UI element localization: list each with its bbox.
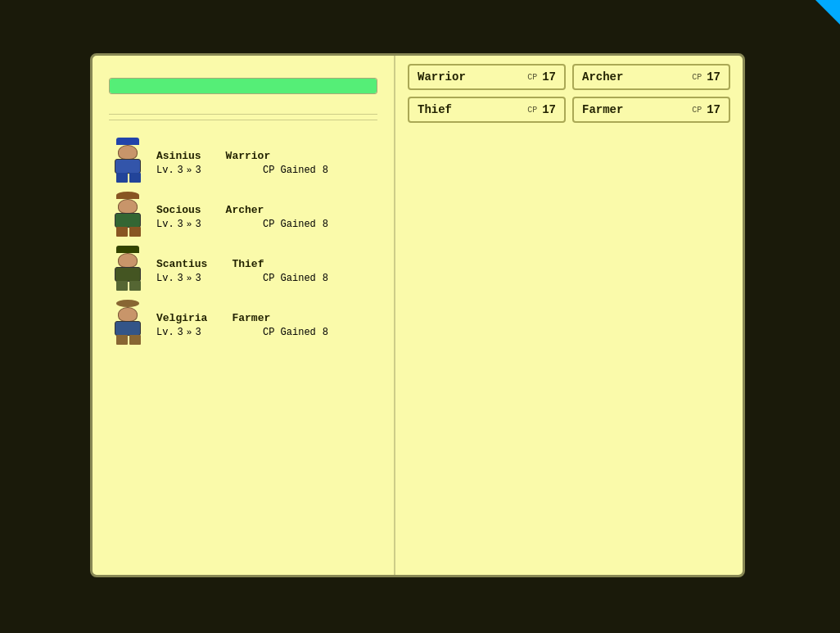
char-level-section: Lv. 3 » 3 <box>156 327 255 338</box>
char-details-row: Lv. 3 » 3 CP Gained 8 <box>156 219 377 230</box>
sprite-body <box>115 321 141 336</box>
sprite-leg-left <box>116 227 128 237</box>
sprite-hat <box>116 138 139 145</box>
sprite-leg-left <box>116 281 128 291</box>
cp-gained-label: CP Gained <box>263 165 316 176</box>
class-card-name: Farmer <box>582 103 687 116</box>
char-name-class-row: Scantius Thief <box>156 258 377 270</box>
cp-gained-value: 8 <box>323 219 328 230</box>
char-details-row: Lv. 3 » 3 CP Gained 8 <box>156 165 377 176</box>
corner-decoration <box>815 0 840 25</box>
sprite-leg-right <box>129 173 141 183</box>
cp-gained-label: CP Gained <box>263 327 316 338</box>
lv-to: 3 <box>195 219 201 230</box>
char-level-section: Lv. 3 » 3 <box>156 273 255 284</box>
sprite-head <box>118 199 138 214</box>
class-card-farmer: Farmer CP 17 <box>572 97 730 123</box>
lv-to: 3 <box>195 165 201 176</box>
char-name-class-row: Socious Archer <box>156 204 377 216</box>
character-info-socious: Socious Archer Lv. 3 » 3 CP Gained 8 <box>156 204 377 230</box>
arrow-icon: » <box>187 165 192 175</box>
arrow-icon: » <box>187 219 192 229</box>
sprite-head <box>118 145 138 160</box>
char-name: Scantius <box>156 258 207 270</box>
sprite-leg-right <box>129 227 141 237</box>
lv-label: Lv. <box>156 327 174 338</box>
char-level-section: Lv. 3 » 3 <box>156 219 255 230</box>
class-card-name: Warrior <box>418 70 522 84</box>
char-cp-section: CP Gained 8 <box>263 165 328 176</box>
character-entry-velgiria: Velgiria Farmer Lv. 3 » 3 CP Gained 8 <box>109 302 377 348</box>
lv-label: Lv. <box>156 219 174 230</box>
lv-from: 3 <box>178 273 183 284</box>
arrow-icon: » <box>187 328 192 337</box>
sprite-hat <box>116 300 139 307</box>
char-class: Archer <box>226 204 264 216</box>
character-sprite-velgiria <box>109 302 148 348</box>
lv-label: Lv. <box>156 165 174 176</box>
class-card-cp-value: 17 <box>542 70 556 84</box>
char-details-row: Lv. 3 » 3 CP Gained 8 <box>156 273 377 284</box>
character-entry-socious: Socious Archer Lv. 3 » 3 CP Gained 8 <box>109 194 377 240</box>
lv-to: 3 <box>195 273 201 284</box>
cp-gained-value: 8 <box>323 327 328 338</box>
cp-gained-value: 8 <box>323 165 328 176</box>
char-cp-section: CP Gained 8 <box>263 273 328 284</box>
char-name-class-row: Asinius Warrior <box>156 150 377 162</box>
sprite-leg-left <box>116 335 128 345</box>
characters-list: Asinius Warrior Lv. 3 » 3 CP Gained 8 <box>109 140 377 348</box>
sprite-body <box>115 159 141 174</box>
char-name: Velgiria <box>156 312 207 324</box>
arrow-icon: » <box>187 274 192 283</box>
char-details-row: Lv. 3 » 3 CP Gained 8 <box>156 327 377 338</box>
sprite-leg-left <box>116 173 128 183</box>
class-card-thief: Thief CP 17 <box>408 97 566 123</box>
progress-bar-fill <box>110 79 377 93</box>
main-panel: Asinius Warrior Lv. 3 » 3 CP Gained 8 <box>90 53 745 577</box>
char-class: Farmer <box>232 312 270 324</box>
char-class: Warrior <box>226 150 271 162</box>
progress-bar-container <box>109 78 377 94</box>
experience-row <box>109 114 377 120</box>
class-card-warrior: Warrior CP 17 <box>408 64 566 90</box>
character-info-asinius: Asinius Warrior Lv. 3 » 3 CP Gained 8 <box>156 150 377 176</box>
class-card-name: Archer <box>582 70 687 84</box>
char-name: Socious <box>156 204 201 216</box>
sprite-head <box>118 253 138 268</box>
class-card-cp-label: CP <box>527 106 537 115</box>
class-cards-grid: Warrior CP 17 Archer CP 17 Thief CP 17 F… <box>408 64 730 123</box>
character-sprite-scantius <box>109 248 148 294</box>
char-name-class-row: Velgiria Farmer <box>156 312 377 324</box>
character-info-velgiria: Velgiria Farmer Lv. 3 » 3 CP Gained 8 <box>156 312 377 338</box>
sprite-body <box>115 267 141 282</box>
char-cp-section: CP Gained 8 <box>263 219 328 230</box>
class-card-cp-value: 17 <box>707 70 720 84</box>
cp-gained-value: 8 <box>323 273 328 284</box>
next-level-row <box>109 120 377 125</box>
character-info-scantius: Scantius Thief Lv. 3 » 3 CP Gained 8 <box>156 258 377 284</box>
sprite-body <box>115 213 141 228</box>
char-cp-section: CP Gained 8 <box>263 327 328 338</box>
character-sprite-asinius <box>109 140 148 186</box>
sprite-leg-right <box>129 281 141 291</box>
lv-to: 3 <box>195 327 201 338</box>
character-entry-asinius: Asinius Warrior Lv. 3 » 3 CP Gained 8 <box>109 140 377 186</box>
lv-from: 3 <box>178 219 183 230</box>
class-card-name: Thief <box>418 103 522 116</box>
lv-from: 3 <box>178 165 183 176</box>
char-class: Thief <box>232 258 264 270</box>
class-card-cp-value: 17 <box>542 103 556 116</box>
cp-gained-label: CP Gained <box>263 219 316 230</box>
class-card-cp-label: CP <box>692 73 702 82</box>
sprite-leg-right <box>129 335 141 345</box>
class-card-archer: Archer CP 17 <box>572 64 730 90</box>
class-card-cp-label: CP <box>692 106 702 115</box>
right-panel: Warrior CP 17 Archer CP 17 Thief CP 17 F… <box>395 56 743 575</box>
char-name: Asinius <box>156 150 201 162</box>
cp-gained-label: CP Gained <box>263 273 316 284</box>
character-sprite-socious <box>109 194 148 240</box>
lv-label: Lv. <box>156 273 174 284</box>
char-level-section: Lv. 3 » 3 <box>156 165 255 176</box>
character-entry-scantius: Scantius Thief Lv. 3 » 3 CP Gained 8 <box>109 248 377 294</box>
sprite-hat <box>116 192 139 199</box>
